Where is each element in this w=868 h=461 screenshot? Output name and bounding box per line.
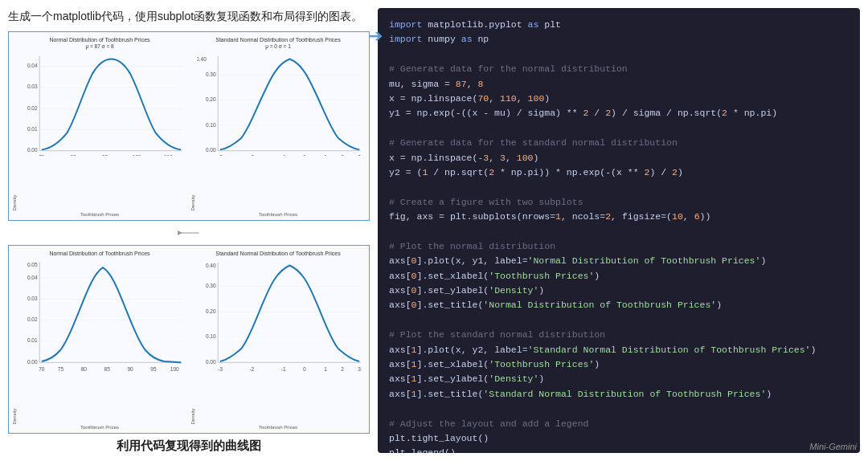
svg-text:-3: -3	[218, 365, 223, 371]
top-chart1-ylabel: Density	[12, 51, 17, 211]
svg-text:1: 1	[324, 154, 327, 156]
svg-text:-2: -2	[249, 154, 254, 156]
svg-text:80: 80	[71, 154, 77, 156]
bottom-chart-row: Normal Distribution of Toothbrush Prices…	[8, 245, 370, 434]
svg-text:0.02: 0.02	[27, 105, 38, 111]
charts-section: Normal Distribution of Toothbrush Prices…	[8, 31, 370, 434]
top-chart2-xlabel: Toothbrush Prices	[259, 212, 297, 217]
svg-text:0.01: 0.01	[27, 126, 38, 132]
svg-text:0.10: 0.10	[206, 122, 216, 128]
svg-text:80: 80	[81, 365, 88, 371]
bottom-chart2-xlabel: Toothbrush Prices	[259, 425, 297, 430]
svg-text:0.00: 0.00	[27, 147, 38, 153]
svg-text:75: 75	[58, 365, 64, 371]
svg-text:70: 70	[39, 365, 45, 371]
svg-text:-2: -2	[249, 365, 254, 371]
top-chart1-svg: 0.00 0.01 0.02 0.03 0.04 70 80 90 100 11…	[18, 51, 187, 156]
right-panel: ➔ import matplotlib.pyplot as plt import…	[378, 0, 868, 461]
svg-text:0.30: 0.30	[206, 283, 216, 288]
top-chart2-plot-area: 0.00 0.10 0.20 0.30 0.40 -3 -2 -1 0 1 2	[197, 51, 366, 211]
top-chart2: Standard Normal Distribution of Toothbru…	[190, 37, 366, 217]
top-chart1-xlabel: Toothbrush Prices	[80, 212, 119, 217]
svg-text:0.05: 0.05	[27, 261, 38, 267]
svg-text:0: 0	[303, 154, 306, 156]
svg-text:0.04: 0.04	[27, 274, 38, 279]
svg-text:2: 2	[341, 154, 344, 156]
svg-text:3: 3	[358, 365, 361, 371]
svg-text:90: 90	[127, 365, 133, 371]
left-panel: 生成一个matplotlib代码，使用subplot函数复现函数和布局得到的图表…	[0, 0, 378, 461]
svg-text:85: 85	[104, 365, 111, 371]
svg-text:0.04: 0.04	[27, 63, 38, 68]
svg-text:0.01: 0.01	[27, 337, 38, 343]
bottom-chart2-plot-area: 0.00 0.10 0.20 0.30 0.40 -3 -2 -1 0 1 2 …	[197, 257, 366, 425]
svg-text:70: 70	[39, 154, 45, 156]
svg-text:0.00: 0.00	[27, 358, 38, 364]
top-chart1-title: Normal Distribution of Toothbrush Prices	[49, 37, 149, 43]
bottom-chart1-xlabel: Toothbrush Prices	[80, 425, 119, 430]
bottom-chart2-svg: 0.00 0.10 0.20 0.30 0.40 -3 -2 -1 0 1 2 …	[197, 257, 366, 373]
bottom-chart1-plot-area: 0.00 0.01 0.02 0.03 0.04 0.05 70 75 80 8…	[18, 257, 187, 425]
top-chart2-svg: 0.00 0.10 0.20 0.30 0.40 -3 -2 -1 0 1 2	[197, 51, 366, 156]
top-chart1-subtitle: μ = 87 σ = 8	[85, 43, 113, 49]
bottom-chart2: Standard Normal Distribution of Toothbru…	[190, 251, 366, 430]
svg-text:0.03: 0.03	[27, 295, 38, 300]
svg-text:110: 110	[164, 154, 173, 156]
svg-text:0.40: 0.40	[197, 56, 207, 62]
arrow-svg	[178, 226, 200, 240]
top-chart-row: Normal Distribution of Toothbrush Prices…	[8, 31, 370, 221]
watermark: Mini-Gemini	[809, 442, 857, 451]
svg-text:-1: -1	[281, 365, 286, 371]
svg-text:0.20: 0.20	[206, 96, 216, 102]
svg-text:0: 0	[303, 365, 306, 371]
svg-text:-3: -3	[218, 154, 223, 156]
top-chart1-plot-area: 0.00 0.01 0.02 0.03 0.04 70 80 90 100 11…	[18, 51, 187, 211]
code-block: import matplotlib.pyplot as plt import n…	[378, 8, 860, 453]
svg-text:90: 90	[102, 154, 108, 156]
prompt-text: 生成一个matplotlib代码，使用subplot函数复现函数和布局得到的图表…	[8, 8, 370, 25]
bottom-chart1-ylabel: Density	[12, 257, 17, 425]
svg-text:0.20: 0.20	[206, 308, 216, 313]
bottom-chart2-ylabel: Density	[190, 257, 195, 425]
svg-text:0.03: 0.03	[27, 84, 38, 89]
svg-text:3: 3	[358, 154, 361, 156]
svg-text:100: 100	[133, 154, 141, 156]
bottom-chart1-svg: 0.00 0.01 0.02 0.03 0.04 0.05 70 75 80 8…	[18, 257, 187, 373]
bottom-label: 利用代码复现得到的曲线图	[8, 439, 370, 457]
bottom-chart2-title: Standard Normal Distribution of Toothbru…	[215, 251, 341, 256]
svg-text:0.00: 0.00	[206, 358, 216, 364]
svg-text:0.02: 0.02	[27, 316, 38, 322]
right-arrow-icon: ➔	[368, 26, 383, 47]
row-arrow	[8, 224, 370, 242]
top-chart2-subtitle: μ = 0 σ = 1	[265, 43, 291, 49]
svg-text:0.10: 0.10	[206, 333, 216, 339]
svg-text:0.40: 0.40	[206, 263, 216, 268]
bottom-chart1: Normal Distribution of Toothbrush Prices…	[12, 251, 187, 430]
top-chart2-title: Standard Normal Distribution of Toothbru…	[215, 37, 341, 43]
top-chart2-ylabel: Density	[190, 51, 195, 211]
svg-text:0.30: 0.30	[206, 71, 216, 77]
bottom-chart1-title: Normal Distribution of Toothbrush Prices	[49, 251, 149, 256]
top-chart1: Normal Distribution of Toothbrush Prices…	[12, 37, 187, 217]
svg-text:100: 100	[170, 365, 179, 371]
svg-text:0.00: 0.00	[206, 147, 216, 153]
svg-text:2: 2	[341, 365, 344, 371]
svg-text:1: 1	[324, 365, 327, 371]
svg-text:95: 95	[150, 365, 157, 371]
svg-text:-1: -1	[281, 154, 286, 156]
